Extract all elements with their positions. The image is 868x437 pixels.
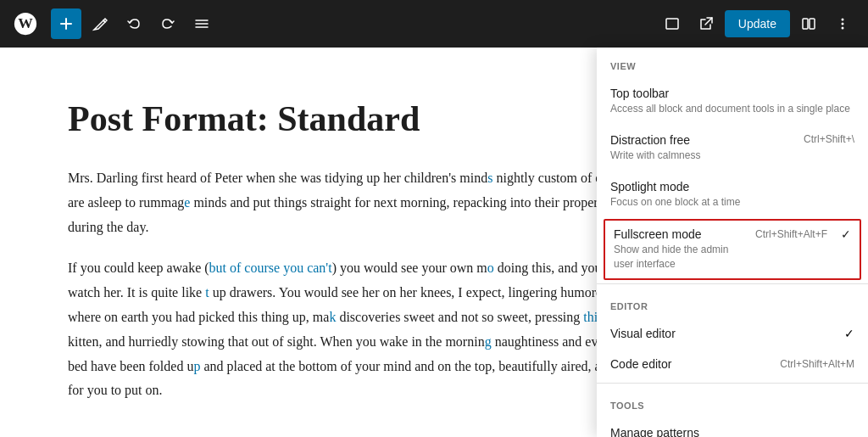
code-editor-shortcut: Ctrl+Shift+Alt+M	[780, 358, 854, 370]
view-post-button[interactable]	[691, 8, 721, 39]
editor-area: Post Format: Standard Mrs. Darling first…	[0, 48, 868, 437]
add-block-button[interactable]	[51, 8, 81, 39]
view-section: VIEW Top toolbar Access all block and do…	[597, 48, 868, 280]
update-button[interactable]: Update	[725, 10, 790, 37]
undo-button[interactable]	[119, 8, 149, 39]
fullscreen-shortcut: Ctrl+Shift+Alt+F	[755, 228, 827, 240]
fullscreen-mode-item[interactable]: Fullscreen mode Show and hide the admin …	[604, 219, 861, 280]
visual-editor-item[interactable]: Visual editor ✓	[597, 318, 868, 349]
tools-section-header: TOOLS	[597, 387, 868, 417]
view-section-header: VIEW	[597, 48, 868, 78]
options-dropdown: VIEW Top toolbar Access all block and do…	[597, 48, 868, 437]
view-editor-divider	[597, 283, 868, 284]
editor-section-header: EDITOR	[597, 288, 868, 318]
svg-rect-10	[810, 19, 815, 29]
visual-editor-check: ✓	[844, 327, 854, 340]
distraction-free-item[interactable]: Distraction free Write with calmness Ctr…	[597, 125, 868, 171]
top-toolbar-item[interactable]: Top toolbar Access all block and documen…	[597, 78, 868, 125]
more-options-button[interactable]	[827, 8, 858, 39]
svg-point-12	[842, 23, 844, 25]
svg-rect-7	[666, 19, 678, 29]
toolbar-right: Update	[657, 8, 858, 39]
distraction-free-shortcut: Ctrl+Shift+\	[804, 133, 854, 145]
tools-button[interactable]	[85, 8, 115, 39]
redo-button[interactable]	[153, 8, 183, 39]
fullscreen-check: ✓	[841, 227, 851, 241]
code-editor-item[interactable]: Code editor Ctrl+Shift+Alt+M	[597, 349, 868, 379]
svg-point-13	[842, 27, 844, 30]
svg-text:W: W	[18, 14, 33, 31]
view-button[interactable]	[657, 8, 687, 39]
svg-rect-9	[803, 19, 808, 29]
wp-logo[interactable]: W	[10, 8, 41, 39]
manage-patterns-item[interactable]: Manage patterns	[597, 417, 868, 437]
document-overview-button[interactable]	[186, 8, 217, 39]
top-toolbar: W	[0, 0, 868, 48]
spotlight-mode-item[interactable]: Spotlight mode Focus on one block at a t…	[597, 171, 868, 218]
editor-tools-divider	[597, 383, 868, 384]
settings-panel-button[interactable]	[793, 8, 824, 39]
svg-line-8	[705, 18, 712, 25]
svg-point-11	[842, 19, 844, 21]
tools-section: TOOLS Manage patterns Keyboard shortcuts…	[597, 387, 868, 437]
editor-section: EDITOR Visual editor ✓ Code editor Ctrl+…	[597, 288, 868, 379]
